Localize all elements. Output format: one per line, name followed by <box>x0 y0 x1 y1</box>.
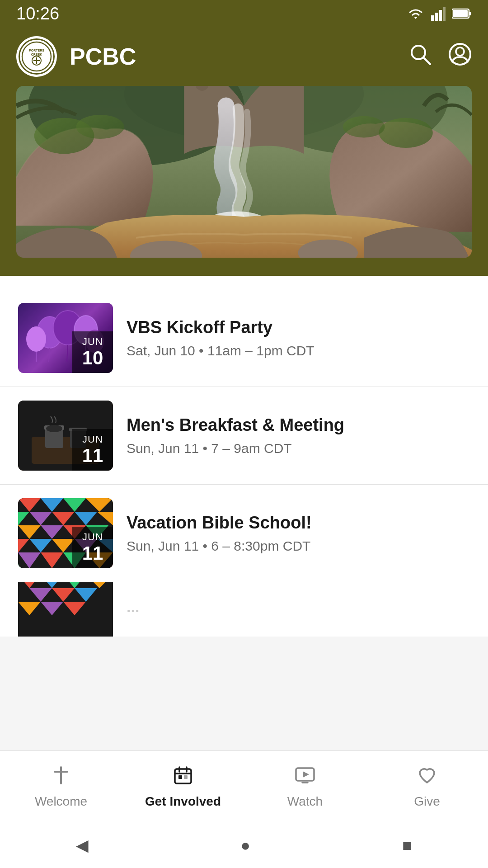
svg-rect-0 <box>431 15 434 21</box>
heart-icon <box>417 765 437 790</box>
svg-rect-85 <box>175 769 191 783</box>
event-thumbnail <box>18 582 113 637</box>
event-thumbnail: JUN 11 <box>18 498 113 568</box>
svg-point-46 <box>46 425 62 432</box>
header-title: PCBC <box>70 43 408 70</box>
svg-line-14 <box>423 57 430 64</box>
svg-marker-92 <box>303 771 309 778</box>
event-title: Men's Breakfast & Meeting <box>127 415 470 436</box>
app-header: PORTERS CREEK PCBC <box>0 27 488 86</box>
event-day: 10 <box>79 348 107 368</box>
event-day: 11 <box>79 445 107 466</box>
event-day: 11 <box>79 543 107 564</box>
svg-point-23 <box>379 118 432 148</box>
hero-section <box>0 86 488 276</box>
bottom-navigation: Welcome Get Involved Watch <box>0 750 488 823</box>
android-back[interactable]: ◀ <box>76 836 89 855</box>
status-bar: 10:26 <box>0 0 488 27</box>
event-title: Vacation Bible School! <box>127 513 470 533</box>
svg-rect-5 <box>469 12 471 15</box>
svg-line-34 <box>67 345 68 362</box>
event-info: Men's Breakfast & Meeting Sun, Jun 11 • … <box>113 415 470 457</box>
event-date-overlay: JUN 11 <box>72 527 113 568</box>
play-icon <box>295 765 315 790</box>
nav-label-welcome: Welcome <box>35 794 87 809</box>
event-month: JUN <box>79 531 107 543</box>
nav-item-watch[interactable]: Watch <box>244 756 366 818</box>
status-icons <box>407 6 472 21</box>
svg-line-31 <box>49 348 50 362</box>
event-item[interactable]: JUN 10 VBS Kickoff Party Sat, Jun 10 • 1… <box>0 289 488 387</box>
cross-icon <box>51 765 71 790</box>
event-date-overlay: JUN 10 <box>72 331 113 373</box>
nav-label-get-involved: Get Involved <box>145 794 221 809</box>
event-info: VBS Kickoff Party Sat, Jun 10 • 11am – 1… <box>113 317 470 359</box>
nav-item-give[interactable]: Give <box>366 756 488 818</box>
event-info: ... <box>113 598 470 622</box>
status-time: 10:26 <box>16 4 59 24</box>
event-time: Sun, Jun 11 • 7 – 9am CDT <box>127 441 470 456</box>
event-thumbnail: JUN 10 <box>18 303 113 373</box>
svg-point-22 <box>76 115 124 139</box>
svg-point-24 <box>343 116 385 138</box>
svg-rect-90 <box>184 775 188 779</box>
wifi-icon <box>407 6 425 21</box>
android-navigation: ◀ ● ■ <box>0 823 488 868</box>
nav-item-get-involved[interactable]: Get Involved <box>122 756 244 818</box>
battery-icon <box>452 8 472 19</box>
event-month: JUN <box>79 434 107 445</box>
logo-inner: PORTERS CREEK <box>19 38 55 75</box>
event-date-overlay: JUN 11 <box>72 429 113 471</box>
header-actions <box>408 42 472 71</box>
svg-text:CREEK: CREEK <box>31 53 42 56</box>
nav-item-welcome[interactable]: Welcome <box>0 756 122 818</box>
event-title: ... <box>127 598 470 616</box>
event-time: Sat, Jun 10 • 11am – 1pm CDT <box>127 343 470 359</box>
event-month: JUN <box>79 336 107 348</box>
svg-point-38 <box>26 326 46 352</box>
event-item[interactable]: JUN 11 Men's Breakfast & Meeting Sun, Ju… <box>0 387 488 485</box>
event-time: Sun, Jun 11 • 6 – 8:30pm CDT <box>127 538 470 554</box>
app-logo[interactable]: PORTERS CREEK <box>16 36 57 77</box>
svg-rect-89 <box>178 775 182 779</box>
event-info: Vacation Bible School! Sun, Jun 11 • 6 –… <box>113 513 470 554</box>
calendar-icon <box>173 765 193 790</box>
events-list: JUN 10 VBS Kickoff Party Sat, Jun 10 • 1… <box>0 276 488 637</box>
hero-image <box>16 86 472 258</box>
event-title: VBS Kickoff Party <box>127 317 470 338</box>
android-home[interactable]: ● <box>240 836 250 855</box>
svg-point-16 <box>456 47 464 56</box>
nav-label-give: Give <box>414 794 440 809</box>
nav-label-watch: Watch <box>287 794 323 809</box>
account-icon[interactable] <box>448 42 472 71</box>
svg-text:PORTERS: PORTERS <box>29 49 44 52</box>
search-icon[interactable] <box>408 42 432 71</box>
svg-rect-1 <box>435 13 438 21</box>
event-item[interactable]: JUN 11 Vacation Bible School! Sun, Jun 1… <box>0 485 488 582</box>
svg-rect-6 <box>453 10 468 17</box>
android-recent[interactable]: ■ <box>402 836 412 855</box>
event-thumbnail: JUN 11 <box>18 401 113 471</box>
signal-icon <box>431 6 446 21</box>
svg-rect-3 <box>443 7 446 21</box>
event-item-partial[interactable]: ... <box>0 582 488 637</box>
svg-rect-2 <box>439 10 442 21</box>
waterfall-svg <box>16 86 472 258</box>
